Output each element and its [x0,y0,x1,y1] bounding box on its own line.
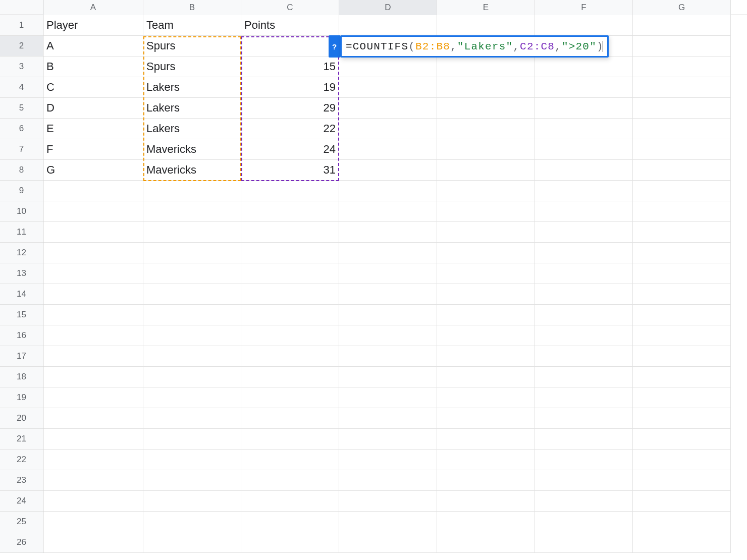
cell-G19[interactable] [633,387,731,408]
cell-D11[interactable] [339,222,437,243]
cell-D8[interactable] [339,160,437,181]
cell-C8[interactable]: 31 [241,160,339,181]
row-header-7[interactable]: 7 [0,139,43,160]
cell-D18[interactable] [339,367,437,387]
cell-E21[interactable] [437,429,535,450]
cell-A26[interactable] [43,532,143,553]
cell-E14[interactable] [437,284,535,305]
row-header-21[interactable]: 21 [0,429,43,450]
row-header-10[interactable]: 10 [0,201,43,222]
cell-A19[interactable] [43,387,143,408]
row-header-24[interactable]: 24 [0,491,43,512]
cell-B14[interactable] [143,284,241,305]
cell-G12[interactable] [633,243,731,263]
cell-C6[interactable]: 22 [241,119,339,139]
cell-D4[interactable] [339,77,437,98]
cell-C18[interactable] [241,367,339,387]
cell-A2[interactable]: A [43,36,143,57]
cell-B24[interactable] [143,491,241,512]
cell-D19[interactable] [339,387,437,408]
cell-C15[interactable] [241,305,339,325]
cell-C16[interactable] [241,325,339,346]
column-header-D[interactable]: D [339,0,437,15]
cell-C2[interactable]: 1 [241,36,339,57]
cell-B1[interactable]: Team [143,15,241,36]
cell-A14[interactable] [43,284,143,305]
cell-D5[interactable] [339,98,437,119]
cell-C9[interactable] [241,181,339,201]
cell-D23[interactable] [339,470,437,491]
cell-C17[interactable] [241,346,339,367]
cell-B2[interactable]: Spurs [143,36,241,57]
cell-A25[interactable] [43,512,143,532]
row-header-4[interactable]: 4 [0,77,43,98]
cell-E12[interactable] [437,243,535,263]
row-header-8[interactable]: 8 [0,160,43,181]
cell-A21[interactable] [43,429,143,450]
column-header-C[interactable]: C [241,0,339,15]
cell-C5[interactable]: 29 [241,98,339,119]
cell-D17[interactable] [339,346,437,367]
cell-C14[interactable] [241,284,339,305]
cell-D9[interactable] [339,181,437,201]
cell-F6[interactable] [535,119,633,139]
cell-A1[interactable]: Player [43,15,143,36]
row-header-11[interactable]: 11 [0,222,43,243]
cell-G6[interactable] [633,119,731,139]
cell-E10[interactable] [437,201,535,222]
cell-F15[interactable] [535,305,633,325]
row-header-26[interactable]: 26 [0,532,43,553]
formula-editor[interactable]: ? =COUNTIFS(B2:B8, "Lakers", C2:C8, ">20… [329,35,609,58]
cell-E4[interactable] [437,77,535,98]
formula-input[interactable]: =COUNTIFS(B2:B8, "Lakers", C2:C8, ">20") [340,35,609,58]
cell-D1[interactable] [339,15,437,36]
cell-C7[interactable]: 24 [241,139,339,160]
cell-B17[interactable] [143,346,241,367]
cell-F21[interactable] [535,429,633,450]
cell-G22[interactable] [633,450,731,470]
cell-B11[interactable] [143,222,241,243]
cell-D26[interactable] [339,532,437,553]
cell-E3[interactable] [437,57,535,77]
cell-E6[interactable] [437,119,535,139]
cell-B4[interactable]: Lakers [143,77,241,98]
cell-A15[interactable] [43,305,143,325]
cell-B26[interactable] [143,532,241,553]
cell-C21[interactable] [241,429,339,450]
cell-G24[interactable] [633,491,731,512]
cell-A16[interactable] [43,325,143,346]
row-header-9[interactable]: 9 [0,181,43,201]
cell-F24[interactable] [535,491,633,512]
cell-C13[interactable] [241,263,339,284]
cell-C4[interactable]: 19 [241,77,339,98]
row-header-22[interactable]: 22 [0,450,43,470]
cell-A3[interactable]: B [43,57,143,77]
cell-E17[interactable] [437,346,535,367]
cell-A8[interactable]: G [43,160,143,181]
cell-E16[interactable] [437,325,535,346]
cell-D22[interactable] [339,450,437,470]
cell-E5[interactable] [437,98,535,119]
cell-E7[interactable] [437,139,535,160]
cell-C22[interactable] [241,450,339,470]
cell-G3[interactable] [633,57,731,77]
column-header-G[interactable]: G [633,0,731,15]
cell-F8[interactable] [535,160,633,181]
cell-G25[interactable] [633,512,731,532]
cell-A22[interactable] [43,450,143,470]
cell-F1[interactable] [535,15,633,36]
column-header-B[interactable]: B [143,0,241,15]
cell-F10[interactable] [535,201,633,222]
cell-C12[interactable] [241,243,339,263]
cell-F26[interactable] [535,532,633,553]
cell-A20[interactable] [43,408,143,429]
cell-C24[interactable] [241,491,339,512]
cell-D10[interactable] [339,201,437,222]
cell-F9[interactable] [535,181,633,201]
cell-C19[interactable] [241,387,339,408]
cell-B18[interactable] [143,367,241,387]
cell-E19[interactable] [437,387,535,408]
cell-F17[interactable] [535,346,633,367]
row-header-6[interactable]: 6 [0,119,43,139]
row-header-14[interactable]: 14 [0,284,43,305]
